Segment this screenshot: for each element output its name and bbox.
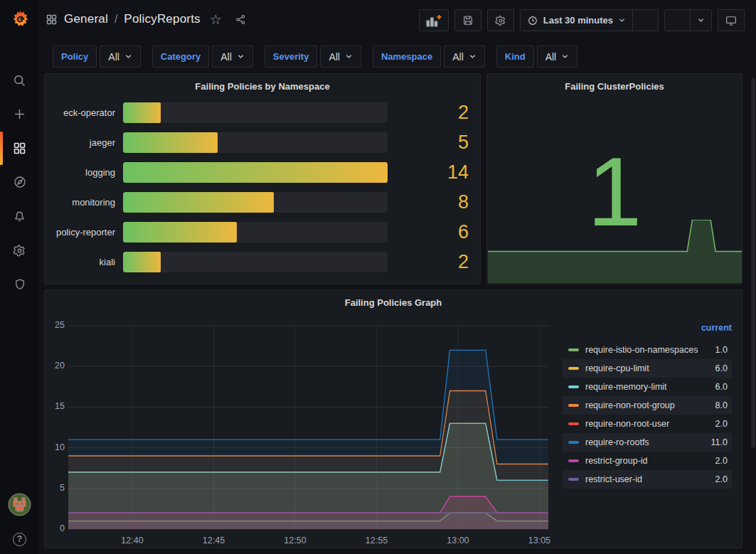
legend-swatch[interactable]	[568, 441, 579, 444]
bar-value: 8	[388, 191, 473, 213]
dashboard-grid-icon	[46, 14, 58, 26]
bar-track	[123, 222, 388, 243]
scrollbar-thumb[interactable]	[751, 78, 755, 448]
top-navbar: General / PolicyReports ☆	[39, 0, 756, 40]
breadcrumb-page[interactable]: PolicyReports	[124, 12, 200, 26]
filter-label-kind[interactable]: Kind	[496, 46, 534, 68]
bar-fill	[123, 222, 237, 243]
dashboard-settings-button[interactable]	[487, 9, 514, 31]
bar-track	[123, 252, 388, 272]
bar-value: 6	[388, 221, 473, 243]
sidebar-user-avatar[interactable]	[0, 489, 39, 520]
filter-label-severity[interactable]: Severity	[265, 46, 318, 68]
legend-current-value: 2.0	[669, 419, 728, 429]
cycle-view-mode-button[interactable]	[718, 9, 745, 31]
bar-gauge-row: eck-operator2	[50, 102, 473, 123]
legend-swatch[interactable]	[568, 367, 579, 370]
y-tick-label: 20	[46, 361, 65, 371]
compass-icon	[12, 174, 28, 190]
refresh-icon	[671, 14, 683, 26]
filter-value-policy[interactable]: All	[100, 46, 141, 68]
legend-row: require-ro-rootfs11.0	[563, 433, 732, 452]
filter-value-category[interactable]: All	[212, 46, 253, 68]
panel-failing-policies-by-namespace: Failing Policies by Namespace eck-operat…	[44, 73, 481, 284]
sidebar: ?	[0, 0, 39, 554]
bar-label: eck-operator	[50, 107, 123, 118]
bar-track	[123, 162, 388, 183]
sidebar-item-help[interactable]: ?	[0, 523, 39, 554]
dashboards-grid-icon	[12, 141, 27, 156]
legend-swatch[interactable]	[568, 404, 579, 407]
legend-rows: require-istio-on-namespaces1.0require-cp…	[563, 341, 732, 489]
sidebar-item-configuration[interactable]	[0, 235, 39, 266]
refresh-button[interactable]	[665, 10, 690, 31]
y-tick-label: 10	[46, 442, 65, 452]
legend-series-name[interactable]: restrict-group-id	[585, 456, 648, 466]
legend-swatch[interactable]	[568, 385, 579, 388]
filter-label-category[interactable]: Category	[152, 46, 209, 68]
bar-label: kiali	[50, 257, 123, 267]
sidebar-item-explore[interactable]	[0, 166, 39, 198]
legend-series-name[interactable]: require-cpu-limit	[585, 363, 649, 373]
refresh-controls	[664, 9, 712, 31]
sidebar-item-search[interactable]	[0, 65, 39, 96]
filter-label-policy[interactable]: Policy	[53, 46, 97, 68]
refresh-interval-dropdown[interactable]	[690, 10, 711, 31]
legend-series-name[interactable]: require-non-root-group	[585, 400, 675, 410]
legend-swatch[interactable]	[568, 478, 579, 481]
chevron-down-icon	[697, 16, 705, 24]
bar-fill	[123, 192, 274, 213]
x-tick-label: 13:00	[440, 536, 476, 545]
legend-series-name[interactable]: require-istio-on-namespaces	[585, 345, 698, 355]
sidebar-item-alerting[interactable]	[0, 201, 39, 232]
filter-value-namespace[interactable]: All	[444, 46, 485, 68]
sidebar-item-create[interactable]	[0, 98, 39, 129]
sidebar-item-server-admin[interactable]	[0, 269, 39, 300]
legend-row: require-istio-on-namespaces1.0	[563, 341, 732, 359]
grafana-logo[interactable]	[9, 9, 31, 30]
legend-current-header[interactable]: current	[563, 323, 732, 341]
time-range-picker[interactable]: Last 30 minutes	[521, 10, 632, 31]
breadcrumb-section[interactable]: General	[64, 12, 108, 26]
x-tick-label: 12:45	[196, 536, 231, 545]
bar-label: logging	[50, 167, 123, 178]
panel-title[interactable]: Failing ClusterPolicies	[487, 74, 742, 97]
chevron-down-icon	[618, 16, 626, 24]
x-tick-label: 12:55	[358, 536, 394, 545]
gear-icon	[12, 243, 27, 258]
filter-severity: SeverityAll	[265, 46, 361, 68]
filter-kind: KindAll	[496, 46, 577, 68]
legend-swatch[interactable]	[568, 348, 579, 351]
legend-series-name[interactable]: require-memory-limit	[585, 382, 667, 392]
legend-series-name[interactable]: restrict-user-id	[585, 474, 642, 484]
legend-series-name[interactable]: require-ro-rootfs	[585, 437, 649, 447]
legend-row: restrict-group-id2.0	[563, 452, 732, 470]
zoom-out-button[interactable]	[632, 10, 658, 31]
chevron-down-icon	[469, 53, 477, 60]
panel-title[interactable]: Failing Policies by Namespace	[45, 74, 480, 97]
x-tick-label: 12:40	[115, 536, 150, 545]
stat-sparkline	[488, 220, 742, 283]
star-dashboard-icon[interactable]: ☆	[210, 13, 222, 26]
filter-policy: PolicyAll	[53, 46, 141, 68]
save-icon	[462, 14, 474, 27]
filter-category: CategoryAll	[152, 46, 253, 68]
legend-swatch[interactable]	[568, 422, 579, 425]
panel-title[interactable]: Failing Policies Graph	[45, 290, 742, 314]
filter-label-namespace[interactable]: Namespace	[373, 46, 441, 68]
save-dashboard-button[interactable]	[454, 9, 481, 31]
legend-series-name[interactable]: require-non-root-user	[585, 419, 669, 429]
legend-current-value: 6.0	[649, 363, 728, 373]
bar-fill	[123, 252, 161, 272]
sidebar-item-dashboards[interactable]	[0, 132, 39, 164]
search-icon	[12, 73, 27, 88]
help-icon: ?	[13, 533, 26, 546]
bar-value: 14	[388, 161, 473, 183]
add-panel-button[interactable]	[419, 9, 449, 31]
filter-value-severity[interactable]: All	[320, 46, 361, 68]
legend-swatch[interactable]	[568, 459, 579, 462]
legend-current-value: 8.0	[675, 400, 728, 410]
share-icon[interactable]	[235, 14, 247, 26]
bar-gauge-row: kiali2	[50, 252, 473, 272]
filter-value-kind[interactable]: All	[537, 46, 578, 68]
